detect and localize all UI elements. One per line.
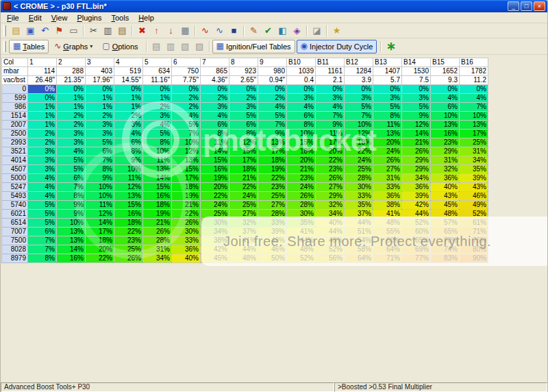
duty-cell[interactable]: 17% [172,174,201,183]
duty-cell[interactable]: 18% [172,183,201,192]
duty-cell[interactable]: 8% [229,130,258,138]
duty-cell[interactable]: 52% [316,245,345,254]
rpm-row-header[interactable]: 7007 [2,228,28,236]
duty-cell[interactable]: 90% [460,254,488,263]
duty-cell[interactable]: 10% [172,138,201,147]
duty-cell[interactable]: 20% [86,245,114,254]
duty-cell[interactable]: 0% [201,85,229,94]
duty-cell[interactable]: 9% [86,174,114,183]
duty-cell[interactable]: 40% [431,183,460,192]
duty-cell[interactable]: 9% [114,156,143,165]
column-header[interactable]: 1 [28,58,57,67]
duty-cell[interactable]: 3% [57,138,86,147]
duty-cell[interactable]: 4% [287,103,316,112]
duty-cell[interactable]: 24% [345,156,373,165]
duty-cell[interactable]: 3% [345,94,373,103]
column-header[interactable]: B15 [431,58,460,67]
key-icon[interactable]: ★ [329,24,344,37]
duty-cell[interactable]: 61% [460,219,488,228]
duty-cell[interactable]: 0% [460,85,488,94]
duty-cell[interactable]: 0% [316,85,345,94]
duty-cell[interactable]: 4% [316,103,345,112]
graph-view-icon[interactable]: ∿ [198,24,212,37]
duty-cell[interactable]: 10% [57,219,86,228]
duty-cell[interactable]: 12% [345,130,373,138]
duty-cell[interactable]: 10% [431,112,460,121]
duty-cell[interactable]: 22% [316,156,345,165]
menu-view[interactable]: View [47,13,73,23]
duty-cell[interactable]: 13% [373,130,402,138]
edit-cells-icon[interactable]: ✎ [247,24,261,37]
duty-cell[interactable]: 23% [114,236,143,245]
duty-cell[interactable]: 20% [373,138,402,147]
duty-cell[interactable]: 74% [431,245,460,254]
duty-cell[interactable]: 32% [229,219,258,228]
duty-cell[interactable]: 3% [86,121,114,130]
duty-cell[interactable]: 6% [229,121,258,130]
duty-cell[interactable]: 11% [316,130,345,138]
duty-cell[interactable]: 60% [402,228,431,236]
duty-cell[interactable]: 46% [258,245,287,254]
duty-cell[interactable]: 2% [114,112,143,121]
duty-cell[interactable]: 40% [316,219,345,228]
duty-cell[interactable]: 24% [373,147,402,156]
duty-cell[interactable]: 25% [460,138,488,147]
duty-cell[interactable]: 3% [57,130,86,138]
duty-cell[interactable]: 1% [86,103,114,112]
duty-cell[interactable]: 1% [57,103,86,112]
duty-cell[interactable]: 42% [402,201,431,210]
duty-cell[interactable]: 5% [86,138,114,147]
tables-button[interactable]: ▦Tables [9,40,49,53]
duty-cell[interactable]: 0% [114,85,143,94]
duty-cell[interactable]: 13% [57,228,86,236]
duty-cell[interactable]: 2% [28,130,57,138]
duty-cell[interactable]: 46% [460,192,488,201]
duty-cell[interactable]: 7% [258,121,287,130]
duty-cell[interactable]: 38% [201,236,229,245]
duty-cell[interactable]: 18% [345,138,373,147]
duty-cell[interactable]: 50% [258,254,287,263]
duty-cell[interactable]: 33% [172,236,201,245]
duty-cell[interactable]: 26% [143,228,172,236]
duty-cell[interactable]: 65% [402,236,431,245]
duty-cell[interactable]: 56% [316,254,345,263]
duty-cell[interactable]: 1% [57,94,86,103]
duty-cell[interactable]: 3% [86,130,114,138]
duty-cell[interactable]: 7% [316,112,345,121]
duty-cell[interactable]: 43% [258,236,287,245]
duty-cell[interactable]: 2% [86,112,114,121]
duty-cell[interactable]: 5% [28,201,57,210]
duty-cell[interactable]: 18% [114,219,143,228]
duty-cell[interactable]: 1% [143,94,172,103]
duty-cell[interactable]: 3% [28,156,57,165]
duty-cell[interactable]: 4% [172,112,201,121]
graphs-button[interactable]: ∿Graphs▾ [50,40,97,53]
duty-cell[interactable]: 9% [57,201,86,210]
duty-cell[interactable]: 41% [287,228,316,236]
duty-cell[interactable]: 22% [86,254,114,263]
rpm-row-header[interactable]: 8028 [2,245,28,254]
save-icon[interactable]: ▣ [23,24,38,37]
duty-cell[interactable]: 13% [431,121,460,130]
duty-cell[interactable]: 44% [287,236,316,245]
duty-cell[interactable]: 5% [28,210,57,219]
duty-cell[interactable]: 0% [402,85,431,94]
duty-cell[interactable]: 19% [172,192,201,201]
duty-cell[interactable]: 34% [460,156,488,165]
rpm-row-header[interactable]: 5740 [2,201,28,210]
menu-tools[interactable]: Tools [106,13,134,23]
column-header[interactable]: 5 [143,58,172,67]
duty-cell[interactable]: 4% [201,112,229,121]
duty-cell[interactable]: 3% [143,112,172,121]
rpm-row-header[interactable]: 1514 [2,112,28,121]
minimize-button[interactable]: _ [508,1,519,11]
menu-file[interactable]: File [2,13,24,23]
duty-cell[interactable]: 10% [460,112,488,121]
duty-cell[interactable]: 0% [258,85,287,94]
duty-cell[interactable]: 24% [287,183,316,192]
duty-cell[interactable]: 48% [373,219,402,228]
duty-cell[interactable]: 39% [402,192,431,201]
duty-cell[interactable]: 14% [86,219,114,228]
duty-cell[interactable]: 4% [460,94,488,103]
duty-cell[interactable]: 1% [86,94,114,103]
